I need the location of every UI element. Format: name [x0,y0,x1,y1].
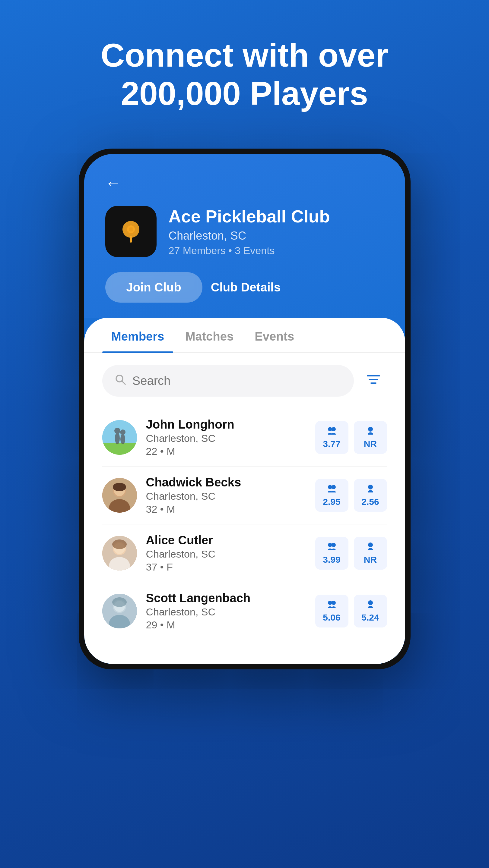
doubles-icon [327,541,337,553]
doubles-rating-badge: 5.06 [315,595,348,627]
svg-point-11 [115,432,120,444]
member-ratings: 3.77 NR [315,421,387,454]
tab-members[interactable]: Members [102,318,173,352]
member-name: Chadwick Becks [146,475,306,489]
club-location: Charleston, SC [169,229,384,242]
club-actions: Join Club Club Details [105,272,384,303]
doubles-icon [327,484,337,495]
phone-frame: ← Ace Pickleball Club Charl [79,149,410,670]
member-location: Charleston, SC [146,433,306,444]
svg-point-39 [328,601,332,605]
svg-point-25 [368,485,373,490]
search-box [102,365,354,397]
singles-rating-value: 5.24 [362,613,379,623]
doubles-icon [327,599,337,611]
member-name: Scott Langenbach [146,591,306,605]
avatar-scene [102,420,137,455]
svg-rect-2 [130,236,132,243]
svg-point-33 [368,542,373,547]
svg-point-23 [328,485,332,489]
svg-point-30 [112,539,127,549]
svg-point-40 [332,601,336,605]
club-logo [105,206,156,257]
join-club-button[interactable]: Join Club [105,272,202,303]
list-item: Scott Langenbach Charleston, SC 29 • M [102,582,387,640]
doubles-rating-value: 3.99 [323,555,340,565]
club-meta: 27 Members • 3 Events [169,245,384,256]
member-details: Scott Langenbach Charleston, SC 29 • M [146,591,306,631]
back-button[interactable]: ← [105,175,121,191]
doubles-rating-badge: 3.99 [315,537,348,569]
avatar [102,536,137,570]
back-arrow-icon: ← [105,175,121,191]
svg-point-38 [112,597,127,607]
tab-matches[interactable]: Matches [176,318,242,352]
doubles-rating-value: 5.06 [323,613,340,623]
filter-button[interactable] [360,367,387,395]
phone-inner: ← Ace Pickleball Club Charl [84,154,405,664]
svg-point-14 [120,430,125,435]
member-location: Charleston, SC [146,490,306,502]
svg-point-17 [368,427,373,432]
tab-events[interactable]: Events [246,318,303,352]
svg-point-16 [332,427,336,431]
club-name: Ace Pickleball Club [169,206,384,227]
singles-icon [366,426,375,437]
search-area [84,353,405,403]
member-name: John Longhorn [146,418,306,431]
svg-point-41 [368,600,373,605]
svg-point-13 [120,434,125,444]
svg-point-24 [332,485,336,489]
member-age: 22 • M [146,445,306,457]
phone-bottom: Members Matches Events [84,318,405,664]
svg-point-32 [332,543,336,547]
singles-icon [366,484,375,495]
list-item: Chadwick Becks Charleston, SC 32 • M [102,467,387,524]
member-age: 32 • M [146,503,306,515]
doubles-rating-value: 3.77 [323,439,340,449]
avatar [102,594,137,628]
svg-line-5 [122,381,125,384]
list-item: Alice Cutler Charleston, SC 37 • F [102,524,387,582]
singles-rating-badge: NR [354,421,387,454]
member-age: 29 • M [146,619,306,631]
singles-rating-value: 2.56 [362,497,379,507]
avatar [102,420,137,455]
member-age: 37 • F [146,561,306,573]
singles-icon [366,541,375,553]
svg-point-22 [113,483,126,491]
svg-rect-10 [102,443,137,455]
list-item: John Longhorn Charleston, SC 22 • M [102,409,387,467]
doubles-rating-badge: 2.95 [315,479,348,512]
member-ratings: 2.95 2.56 [315,479,387,512]
svg-point-31 [328,543,332,547]
club-logo-icon [117,218,144,245]
singles-rating-value: NR [364,555,377,565]
member-details: Chadwick Becks Charleston, SC 32 • M [146,475,306,515]
singles-rating-badge: 2.56 [354,479,387,512]
doubles-icon [327,426,337,437]
member-details: Alice Cutler Charleston, SC 37 • F [146,533,306,573]
svg-point-12 [114,428,120,434]
page-headline: Connect with over 200,000 Players [101,36,388,113]
club-details-button[interactable]: Club Details [211,281,281,294]
filter-icon [367,374,380,388]
search-input[interactable] [133,374,342,388]
member-list: John Longhorn Charleston, SC 22 • M [84,403,405,640]
doubles-rating-badge: 3.77 [315,421,348,454]
member-ratings: 5.06 5.24 [315,595,387,627]
singles-rating-badge: NR [354,537,387,569]
phone-top: ← Ace Pickleball Club Charl [84,154,405,318]
club-info: Ace Pickleball Club Charleston, SC 27 Me… [169,206,384,256]
member-ratings: 3.99 NR [315,537,387,569]
singles-icon [366,599,375,611]
singles-rating-badge: 5.24 [354,595,387,627]
member-details: John Longhorn Charleston, SC 22 • M [146,418,306,457]
search-icon [114,373,126,388]
tabs-bar: Members Matches Events [84,318,405,353]
doubles-rating-value: 2.95 [323,497,340,507]
svg-point-15 [328,427,332,431]
member-location: Charleston, SC [146,606,306,618]
member-name: Alice Cutler [146,533,306,547]
avatar [102,478,137,513]
